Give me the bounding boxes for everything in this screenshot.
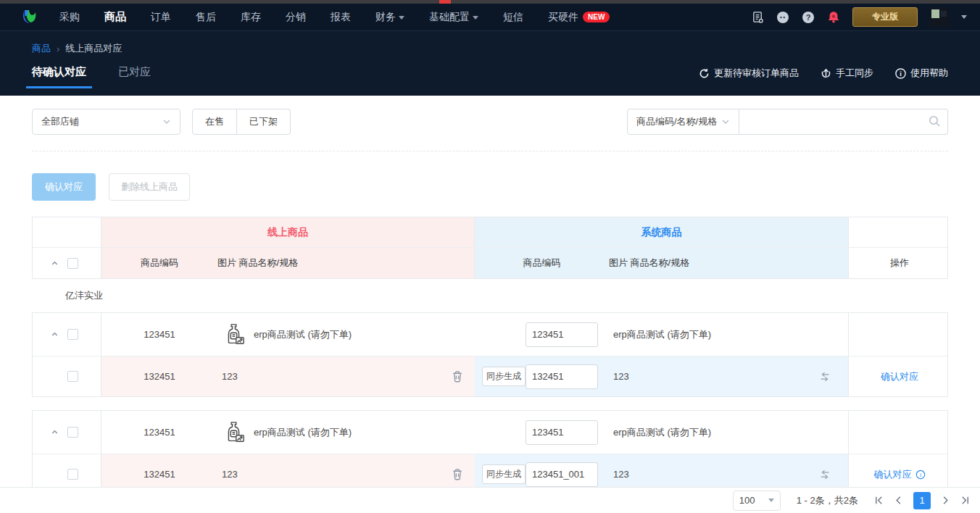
- tab-matched[interactable]: 已对应: [118, 65, 151, 88]
- nav-item-inventory[interactable]: 库存: [241, 11, 261, 24]
- chevron-down-icon[interactable]: [961, 15, 967, 19]
- swap-icon[interactable]: [801, 356, 849, 396]
- search-type-select[interactable]: 商品编码/名称/规格: [627, 109, 739, 135]
- nav-item-buy-hardware[interactable]: 买硬件NEW: [548, 11, 610, 24]
- shop-select[interactable]: 全部店铺: [32, 109, 180, 135]
- nav-item-orders[interactable]: 订单: [151, 11, 171, 24]
- row-select-cell: [33, 356, 101, 396]
- system-code-input[interactable]: [526, 462, 598, 487]
- system-code-input[interactable]: [526, 322, 598, 347]
- confirm-match-button[interactable]: 确认对应: [32, 173, 96, 201]
- row-checkbox[interactable]: [67, 371, 78, 382]
- last-page-icon[interactable]: [960, 496, 970, 505]
- version-badge[interactable]: 专业版: [852, 7, 918, 27]
- top-navbar: 采购 商品 订单 售后 库存 分销 报表 财务 基础配置 短信 买硬件NEW ?: [0, 4, 980, 30]
- current-page[interactable]: 1: [913, 492, 931, 509]
- nav-item-aftersale[interactable]: 售后: [196, 11, 216, 24]
- row-select-cell: [33, 313, 101, 356]
- chevron-down-icon: [721, 117, 730, 126]
- refresh-icon: [699, 68, 710, 79]
- online-name: erp商品测试 (请勿下单): [249, 411, 475, 454]
- parent-row: 123451 erp商品测试 (请勿下单) erp商品测试 (请勿下单): [33, 313, 947, 356]
- row-checkbox[interactable]: [67, 427, 78, 438]
- on-sale-button[interactable]: 在售: [192, 109, 237, 135]
- collapse-row-icon[interactable]: [51, 330, 59, 338]
- delete-online-product-button[interactable]: 删除线上商品: [109, 173, 190, 201]
- info-icon: i: [895, 68, 906, 79]
- parent-row: 123451 erp商品测试 (请勿下单) erp商品测试 (请勿下单): [33, 411, 947, 454]
- chevron-down-icon: [399, 16, 404, 20]
- product-match-block: 123451 erp商品测试 (请勿下单) erp商品测试 (请勿下单): [32, 410, 948, 495]
- nav-item-purchase[interactable]: 采购: [59, 11, 80, 24]
- confirm-match-link[interactable]: 确认对应: [881, 370, 918, 383]
- usage-help-link[interactable]: i 使用帮助: [895, 67, 948, 80]
- browser-notch: [439, 0, 451, 4]
- tab-pending-match[interactable]: 待确认对应: [32, 65, 86, 88]
- product-image-icon: [217, 411, 249, 454]
- invoice-icon[interactable]: [751, 11, 764, 24]
- navbar-right: ? 专业版: [751, 7, 967, 27]
- header-spacer: [849, 217, 950, 247]
- next-page-icon[interactable]: [941, 496, 950, 505]
- divider: [32, 151, 948, 151]
- sync-generate-button[interactable]: 同步生成: [482, 367, 526, 386]
- notification-bell-icon[interactable]: [827, 11, 840, 24]
- help-icon[interactable]: ?: [802, 11, 815, 24]
- off-shelf-button[interactable]: 已下架: [237, 109, 291, 135]
- system-code-input[interactable]: [526, 420, 598, 445]
- trash-icon[interactable]: [452, 468, 475, 480]
- refresh-pending-orders-link[interactable]: 更新待审核订单商品: [699, 67, 799, 80]
- nav-item-sms[interactable]: 短信: [503, 11, 523, 24]
- row-checkbox[interactable]: [67, 469, 78, 480]
- sync-generate-button[interactable]: 同步生成: [482, 464, 526, 484]
- nav-item-base-config[interactable]: 基础配置: [429, 11, 478, 24]
- avatar[interactable]: [930, 8, 949, 27]
- online-img-name-header: 图片 商品名称/规格: [217, 248, 475, 278]
- nav-item-finance[interactable]: 财务: [375, 11, 404, 24]
- page-header: 商品 › 线上商品对应 待确认对应 已对应 更新待审核订单商品 手工同步: [0, 30, 980, 96]
- nav-item-reports[interactable]: 报表: [331, 11, 351, 24]
- child-row: 132451 123 同步生成 123: [33, 356, 947, 396]
- system-name: erp商品测试 (请勿下单): [609, 411, 801, 454]
- breadcrumb-current: 线上商品对应: [65, 42, 122, 55]
- page-size-select[interactable]: 100: [733, 491, 781, 511]
- online-product-group-header: 线上商品: [101, 217, 475, 247]
- system-code-input[interactable]: [526, 364, 598, 389]
- system-img-name-header: 图片 商品名称/规格: [609, 248, 849, 278]
- app-logo-icon[interactable]: [20, 8, 39, 27]
- chevron-down-icon: [473, 16, 478, 20]
- chat-icon[interactable]: [776, 11, 789, 24]
- breadcrumb-root[interactable]: 商品: [32, 42, 51, 55]
- row-select-cell: [33, 411, 101, 454]
- confirm-match-link[interactable]: 确认对应 i: [874, 468, 926, 481]
- search-icon[interactable]: [928, 114, 941, 128]
- select-all-checkbox[interactable]: [67, 258, 78, 269]
- collapse-all-icon[interactable]: [51, 259, 59, 267]
- nav-item-distribution[interactable]: 分销: [286, 11, 306, 24]
- system-name: 123: [609, 356, 801, 396]
- manual-sync-link[interactable]: 手工同步: [821, 67, 873, 80]
- trash-icon[interactable]: [452, 370, 475, 383]
- nav-item-products[interactable]: 商品: [104, 10, 126, 24]
- online-code-header: 商品编码: [101, 248, 217, 278]
- pagination-bar: 100 1 - 2条，共2条 1: [0, 487, 980, 513]
- header-actions: 更新待审核订单商品 手工同步 i 使用帮助: [699, 67, 948, 88]
- action-header: 操作: [849, 248, 950, 278]
- online-name: 123: [222, 371, 238, 382]
- table-header: 线上商品 系统商品 商品编码 图片 商品名称/规格 商品编码 图片 商品名称/规…: [32, 217, 948, 279]
- search-input[interactable]: [739, 109, 948, 135]
- row-checkbox[interactable]: [67, 329, 78, 340]
- svg-text:i: i: [900, 70, 902, 78]
- collapse-row-icon[interactable]: [51, 428, 59, 436]
- info-icon: i: [915, 470, 926, 480]
- product-image-icon: [217, 313, 249, 356]
- svg-text:?: ?: [806, 13, 811, 22]
- system-product-group-header: 系统商品: [475, 217, 849, 247]
- upload-circle-icon: [821, 68, 831, 79]
- tab-bar: 待确认对应 已对应: [32, 65, 151, 88]
- product-match-block: 123451 erp商品测试 (请勿下单) erp商品测试 (请勿下单): [32, 312, 948, 397]
- svg-text:i: i: [920, 472, 921, 478]
- prev-page-icon[interactable]: [894, 496, 903, 505]
- search-group: 商品编码/名称/规格: [627, 109, 948, 135]
- first-page-icon[interactable]: [874, 496, 884, 505]
